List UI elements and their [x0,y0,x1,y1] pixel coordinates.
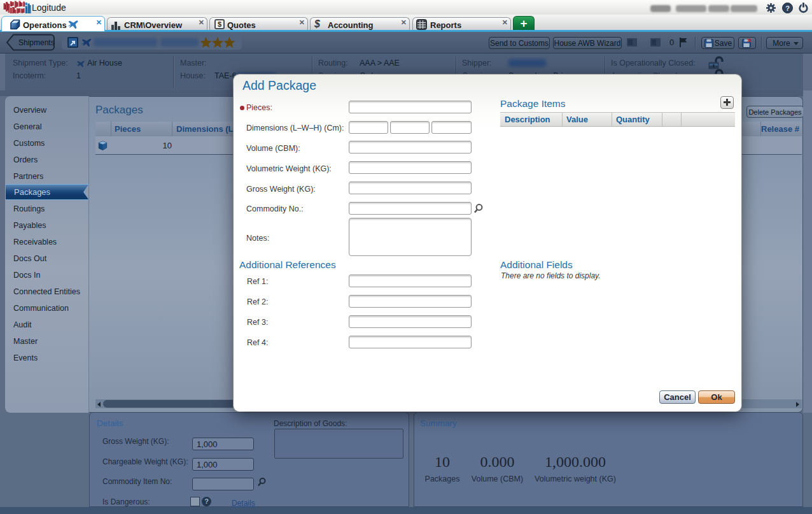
svg-text:?: ? [785,4,790,12]
svg-text:Shipments: Shipments [18,38,55,47]
